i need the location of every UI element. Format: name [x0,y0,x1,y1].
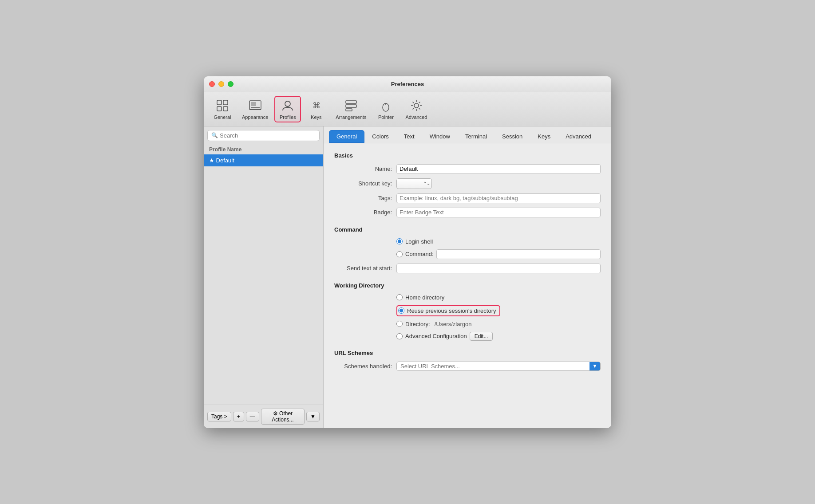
directory-row: Directory: /Users/zlargon [334,321,601,327]
tab-advanced[interactable]: Advanced [558,130,599,143]
name-label: Name: [334,165,392,172]
command-option-row: Command: [334,249,601,259]
shortcut-label: Shortcut key: [334,180,392,187]
basics-header: Basics [334,152,601,159]
general-icon [215,98,229,113]
other-actions-button[interactable]: ⚙ Other Actions... [261,409,305,425]
other-actions-chevron[interactable]: ▼ [306,412,320,421]
home-directory-row: Home directory [334,294,601,301]
reuse-session-radio[interactable] [398,307,404,314]
sidebar-footer: Tags > + — ⚙ Other Actions... ▼ [204,405,323,428]
edit-button[interactable]: Edit... [470,332,493,341]
traffic-lights [209,81,233,87]
home-directory-option: Home directory [396,294,444,301]
toolbar-advanced[interactable]: Advanced [401,96,431,122]
svg-rect-12 [346,109,352,111]
tab-general[interactable]: General [329,130,364,143]
tab-colors[interactable]: Colors [364,130,396,143]
url-schemes-dropdown-button[interactable]: ▼ [589,362,600,370]
svg-point-15 [414,103,419,108]
toolbar-appearance-label: Appearance [242,114,268,120]
command-option: Command: [396,249,601,259]
login-shell-radio[interactable] [396,238,403,244]
svg-line-21 [419,108,420,109]
toolbar-general[interactable]: General [209,96,236,122]
tab-window[interactable]: Window [422,130,458,143]
svg-rect-3 [223,106,228,111]
advanced-config-option: Advanced Configuration Edit... [396,332,493,341]
main-content: Basics Name: Shortcut key: ⌃⌄ [324,143,611,428]
login-shell-option: Login shell [396,238,433,245]
command-radio[interactable] [396,251,403,257]
tags-button[interactable]: Tags > [207,412,231,421]
toolbar-profiles-label: Profiles [280,114,296,120]
toolbar-arrangements-label: Arrangements [336,114,366,120]
send-text-input[interactable] [396,264,601,273]
login-shell-label: Login shell [405,238,433,245]
sidebar-column-header: Profile Name [204,145,323,154]
profile-item-default[interactable]: ★ Default [204,154,323,166]
svg-line-23 [412,108,414,109]
tab-text[interactable]: Text [396,130,422,143]
search-input[interactable] [220,132,316,139]
svg-line-22 [419,102,420,103]
url-schemes-input[interactable] [397,362,589,370]
toolbar-pointer[interactable]: Pointer [372,96,399,122]
minimize-button[interactable] [218,81,224,87]
maximize-button[interactable] [228,81,233,87]
working-directory-header: Working Directory [334,282,601,289]
send-text-row: Send text at start: [334,264,601,273]
remove-profile-button[interactable]: — [246,412,259,421]
tab-terminal[interactable]: Terminal [458,130,495,143]
tags-label: Tags: [334,195,392,201]
window-title: Preferences [391,81,424,87]
sidebar-empty [204,280,323,405]
badge-label: Badge: [334,209,392,216]
arrangements-icon [344,98,358,113]
tab-keys[interactable]: Keys [530,130,558,143]
svg-rect-6 [251,102,256,106]
advanced-config-radio[interactable] [396,333,403,339]
badge-row: Badge: [334,208,601,217]
schemes-row: Schemes handled: ▼ [334,362,601,371]
tabs: General Colors Text Window Terminal Sess… [324,126,611,143]
tags-input[interactable] [396,193,601,203]
titlebar: Preferences [204,76,611,92]
advanced-config-label: Advanced Configuration [405,333,467,339]
command-section: Command Login shell Command: [334,226,601,273]
url-schemes-header: URL Schemes [334,350,601,356]
shortcut-select[interactable] [396,178,432,189]
svg-line-20 [412,102,414,103]
shortcut-select-wrapper: ⌃⌄ [396,178,432,189]
svg-rect-1 [223,100,228,105]
directory-value: /Users/zlargon [435,321,472,327]
directory-label: Directory: [405,321,430,327]
working-directory-section: Working Directory Home directory Reuse p… [334,282,601,341]
main-panel: General Colors Text Window Terminal Sess… [324,126,611,428]
badge-input[interactable] [396,208,601,217]
tab-session[interactable]: Session [495,130,530,143]
svg-point-8 [285,101,290,106]
toolbar-keys[interactable]: ⌘ Keys [303,96,329,122]
toolbar-profiles[interactable]: Profiles [274,96,301,122]
reuse-session-label: Reuse previous session's directory [407,307,496,314]
command-header: Command [334,226,601,233]
send-text-label: Send text at start: [334,265,392,272]
name-input[interactable] [396,164,601,174]
schemes-label: Schemes handled: [334,363,392,370]
appearance-icon [248,98,262,113]
command-text-input[interactable] [436,249,601,259]
toolbar-appearance[interactable]: Appearance [237,96,273,122]
directory-radio[interactable] [396,321,403,327]
svg-text:⌘: ⌘ [313,101,320,110]
login-shell-row: Login shell [334,238,601,245]
content-area: 🔍 Profile Name ★ Default Tags > + — ⚙ Ot… [204,126,611,428]
directory-option: Directory: /Users/zlargon [396,321,471,327]
profile-list: ★ Default [204,154,323,280]
add-profile-button[interactable]: + [233,412,244,421]
search-box[interactable]: 🔍 [207,130,320,141]
toolbar-arrangements[interactable]: Arrangements [331,96,371,122]
keys-icon: ⌘ [309,98,323,113]
close-button[interactable] [209,81,215,87]
home-directory-radio[interactable] [396,294,403,300]
